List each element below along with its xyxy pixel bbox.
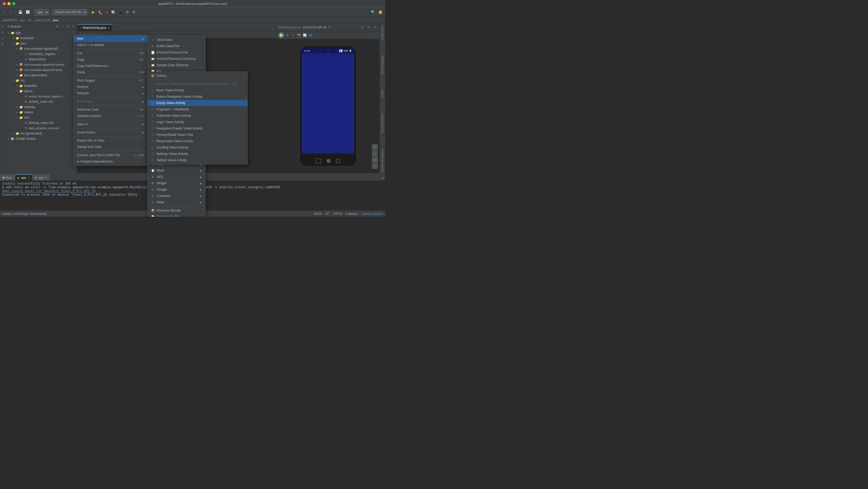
menu-item-cut[interactable]: Cut ⌘X xyxy=(74,50,147,56)
activity-login[interactable]: ☐ Login Views Activity xyxy=(147,119,247,125)
app-tab-close-1[interactable]: ✕ xyxy=(28,176,30,179)
tree-item-mainactivity[interactable]: C MainActivity xyxy=(6,57,77,62)
breadcrumb-item-5[interactable]: java xyxy=(53,19,58,22)
search-button[interactable]: 🔍 xyxy=(370,9,376,15)
menu-item-new[interactable]: New ▶ J Java Class K Kotlin Class/File 📄… xyxy=(74,35,147,42)
tree-item-formulario[interactable]: C formulario_registro xyxy=(6,51,77,57)
structure-icon[interactable]: S xyxy=(1,36,5,41)
device-pause-btn[interactable]: ⏸ xyxy=(285,33,290,37)
device-manager-label[interactable]: Device Manager xyxy=(380,54,384,76)
console-settings-btn[interactable]: ⚙ xyxy=(380,176,385,180)
menu-item-copy-path[interactable]: Copy Path/Reference... xyxy=(74,63,147,69)
menu-item-copy[interactable]: Copy ⌘C xyxy=(74,56,147,63)
phone-screen[interactable]: 11:55 ▋▋ WiFi 🔋 xyxy=(302,48,354,153)
panel-tool-btn-1[interactable]: ⊕ xyxy=(55,24,60,29)
breadcrumb-item-4[interactable]: androidTest xyxy=(35,19,50,22)
project-icon[interactable]: P xyxy=(1,24,5,29)
menu-item-local-history[interactable]: Local History ▶ xyxy=(74,129,147,136)
gradle-label[interactable]: Gradle xyxy=(380,89,384,99)
activity-basic-views[interactable]: ☐ Basic Views Activity xyxy=(147,87,247,93)
menu-item-reformat[interactable]: Reformat Code ⌃⌘L xyxy=(74,107,147,113)
editor-more-btn[interactable]: ⋮ xyxy=(270,26,275,31)
tree-item-data-extraction[interactable]: X data_extraction_rules.xml xyxy=(6,125,77,131)
run-button[interactable]: ▶ xyxy=(91,9,96,15)
bottom-tab-app1[interactable]: ▶ app ✕ xyxy=(15,174,32,180)
tree-item-java-gen[interactable]: ▸ 📁 java (generated) xyxy=(6,73,77,78)
device-close-btn[interactable]: ✕ xyxy=(372,25,377,30)
tree-item-formulario-xml[interactable]: X activity_formulario_registro.x... xyxy=(6,94,77,99)
activity-tabbed[interactable]: ☐ Tabbed Views Activity xyxy=(147,157,247,163)
bookmarks-icon[interactable]: B xyxy=(1,42,5,47)
submenu-wear[interactable]: ⌚ Wear ▶ xyxy=(148,167,205,174)
tree-item-java[interactable]: ▾ 📁 java xyxy=(6,41,77,46)
menu-item-open-in[interactable]: Open In ▶ xyxy=(74,121,147,127)
zoom-in-btn[interactable]: + xyxy=(372,144,378,150)
settings-button[interactable]: ⚙ xyxy=(131,9,136,15)
activity-bottom-nav[interactable]: ☐ Bottom Navigation Views Activity xyxy=(147,93,247,100)
submenu-android-res-file[interactable]: 📄 Android Resource File xyxy=(148,49,205,56)
device-power-btn[interactable]: ⏻ xyxy=(308,33,313,37)
submenu-aidl[interactable]: A AIDL ▶ xyxy=(148,174,205,180)
menu-item-paste[interactable]: Paste ⌘V xyxy=(74,69,147,76)
tree-item-drawable[interactable]: ▸ 📁 drawable xyxy=(6,83,77,88)
tab-close-btn[interactable]: ✕ xyxy=(108,27,110,29)
activity-responsive[interactable]: ☐ Responsive Views Activity xyxy=(147,138,247,144)
activity-submenu-gallery[interactable]: 🖼 Gallery... xyxy=(147,73,247,79)
tree-item-pkg1[interactable]: ▾ 📦 com.example.appamst0 xyxy=(6,46,77,51)
submenu-google[interactable]: G Google ▶ xyxy=(148,186,205,193)
sdk-button[interactable]: ⚙ xyxy=(125,9,130,15)
submenu-widget[interactable]: W Widget ▶ xyxy=(148,180,205,186)
menu-item-convert-java[interactable]: Convert Java File to Kotlin File ⌥⇧⌘K xyxy=(74,152,147,158)
tree-item-xml[interactable]: ▾ 📁 xml xyxy=(6,115,77,120)
phone-recents-btn[interactable] xyxy=(336,159,340,163)
avd-button[interactable]: 📱 xyxy=(118,9,124,15)
tree-item-backup-rules[interactable]: X backup_rules.xml xyxy=(6,120,77,125)
tree-item-app[interactable]: ▾ 📁 app xyxy=(6,30,77,35)
device-settings-btn[interactable]: ⚙ xyxy=(366,25,371,30)
tree-item-layout[interactable]: ▾ 📁 layout xyxy=(6,88,77,94)
new-tab-btn[interactable]: ⊞ xyxy=(360,25,365,30)
close-button[interactable] xyxy=(3,2,6,5)
tree-item-res-gen[interactable]: ▸ 📁 res (generated) xyxy=(6,131,77,136)
gradle-sync-button[interactable]: 🐘 xyxy=(110,9,116,15)
save-button[interactable]: 💾 xyxy=(17,9,24,15)
panel-close-btn[interactable]: ✕ xyxy=(71,24,75,29)
bottom-tab-run[interactable]: Run: xyxy=(0,174,15,180)
sync-button[interactable]: 🔄 xyxy=(25,9,31,15)
submenu-other[interactable]: O Other ▶ xyxy=(148,199,205,205)
tree-item-values[interactable]: ▸ 📁 values xyxy=(6,110,77,115)
forward-button[interactable]: → xyxy=(8,9,14,15)
menu-item-add-cpp[interactable]: Add C++ to Module xyxy=(74,42,147,48)
phone-home-btn[interactable] xyxy=(327,159,331,163)
tree-item-activity-main[interactable]: X activity_main.xml xyxy=(6,99,77,104)
activity-settings[interactable]: ☐ Settings Views Activity xyxy=(147,151,247,157)
device-more-btn[interactable]: ⋮ xyxy=(372,33,377,37)
running-devices-side-label[interactable]: Running Devices xyxy=(380,112,384,134)
device-dropdown-arrow[interactable]: ▼ xyxy=(328,26,331,29)
submenu-kotlin-class[interactable]: K Kotlin Class/File xyxy=(148,43,205,49)
notifications-button[interactable]: 🔔 xyxy=(377,9,383,15)
tree-item-mipmap[interactable]: ▸ 📁 mipmap xyxy=(6,104,77,110)
device-stop-btn[interactable]: ■ xyxy=(291,33,296,37)
device-screenshot-btn[interactable]: 📷 xyxy=(297,33,301,37)
device-play-btn[interactable]: ▶ xyxy=(279,33,284,38)
app-tab-close-2[interactable]: ✕ xyxy=(45,176,47,179)
layout-inspector-link[interactable]: Layout Inspector xyxy=(362,212,383,215)
tree-item-pkg3[interactable]: ▸ 📦 com.example.appamst0 (test) xyxy=(6,67,77,73)
device-explorer-label[interactable]: Device File Explorer xyxy=(380,147,384,173)
panel-settings-btn[interactable]: ⚙ xyxy=(65,24,70,29)
resource-manager-icon[interactable]: R xyxy=(1,30,5,35)
submenu-java-class[interactable]: J Java Class xyxy=(148,36,205,43)
device-selector[interactable]: Pixel 6 Pro API 28 xyxy=(52,9,87,16)
zoom-expand-btn[interactable]: ⤢ xyxy=(372,163,378,169)
bottom-tab-app2[interactable]: ▶ app ✕ xyxy=(33,174,50,180)
notifications-side-label[interactable]: Notifications xyxy=(380,24,384,41)
submenu-compose[interactable]: C Compose ▶ xyxy=(148,193,205,199)
panel-tool-btn-2[interactable]: ≡ xyxy=(60,24,65,29)
zoom-fit-btn[interactable]: 1:1 xyxy=(372,157,378,163)
breadcrumb-item-1[interactable]: appAMST0 xyxy=(2,19,17,22)
activity-primary-detail[interactable]: ☐ Primary/Detail Views Flow xyxy=(147,132,247,138)
activity-fragment-viewmodel[interactable]: ☐ Fragment + ViewModel xyxy=(147,106,247,113)
submenu-resource-bundle[interactable]: 📦 Resource Bundle xyxy=(148,207,205,214)
menu-item-refactor[interactable]: Refactor ▶ xyxy=(74,90,147,96)
